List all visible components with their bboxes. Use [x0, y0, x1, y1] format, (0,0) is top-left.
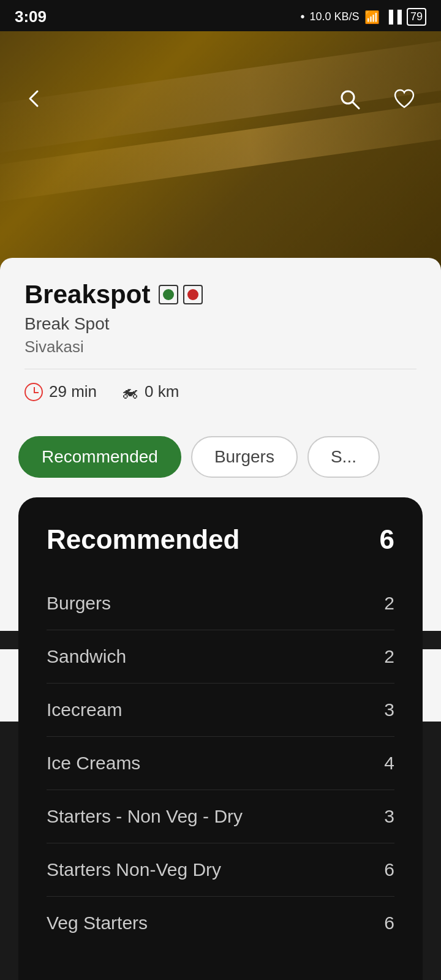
time-display: 3:09 — [15, 7, 47, 26]
sheet-item-icecream[interactable]: Icecream 3 — [47, 684, 394, 737]
distance: 🏍 0 km — [121, 382, 179, 402]
sheet-title: Recommended — [47, 524, 239, 555]
veg-indicators — [159, 285, 203, 304]
sheet-count: 6 — [380, 524, 394, 555]
tab-recommended[interactable]: Recommended — [18, 436, 181, 478]
sheet-item-burgers[interactable]: Burgers 2 — [47, 577, 394, 630]
restaurant-subtitle: Break Spot — [24, 314, 417, 334]
status-icons: • 10.0 KB/S 📶 ▐▐ 79 — [301, 8, 426, 26]
bluetooth-icon: • — [301, 10, 305, 24]
restaurant-meta: 29 min 🏍 0 km — [24, 382, 417, 402]
clock-icon — [24, 383, 43, 401]
search-button[interactable] — [337, 86, 361, 116]
tab-sandwich[interactable]: S... — [307, 436, 380, 478]
tab-burgers[interactable]: Burgers — [191, 436, 298, 478]
back-button[interactable] — [22, 86, 47, 116]
restaurant-name-row: Breakspot — [24, 280, 417, 309]
restaurant-card: Breakspot Break Spot Sivakasi 29 min 🏍 0… — [0, 258, 441, 421]
sheet-item-icecreams[interactable]: Ice Creams 4 — [47, 737, 394, 790]
bottom-sheet: Recommended 6 Burgers 2 Sandwich 2 Icecr… — [18, 497, 423, 980]
restaurant-location: Sivakasi — [24, 337, 417, 356]
hero-overlay — [0, 31, 441, 270]
wifi-icon: 📶 — [364, 10, 380, 24]
network-speed: 10.0 KB/S — [310, 10, 360, 23]
category-tabs: Recommended Burgers S... — [0, 421, 441, 492]
signal-icon: ▐▐ — [385, 10, 402, 24]
card-divider — [24, 369, 417, 369]
sheet-item-starters-nonveg-dry[interactable]: Starters - Non Veg - Dry 3 — [47, 790, 394, 843]
sheet-item-sandwich[interactable]: Sandwich 2 — [47, 630, 394, 684]
sheet-item-veg-starters[interactable]: Veg Starters 6 — [47, 897, 394, 949]
delivery-time: 29 min — [24, 382, 97, 401]
battery-indicator: 79 — [407, 8, 426, 26]
distance-icon: 🏍 — [121, 382, 138, 402]
favorite-button[interactable] — [392, 86, 417, 116]
sheet-item-starters-nonveg-dry-2[interactable]: Starters Non-Veg Dry 6 — [47, 843, 394, 897]
restaurant-name: Breakspot — [24, 280, 150, 309]
svg-line-1 — [353, 102, 359, 108]
nonveg-indicator-red — [183, 285, 203, 304]
sheet-header: Recommended 6 — [47, 524, 394, 555]
hero-image — [0, 31, 441, 270]
status-bar: 3:09 • 10.0 KB/S 📶 ▐▐ 79 — [0, 0, 441, 31]
veg-indicator-green — [159, 285, 178, 304]
